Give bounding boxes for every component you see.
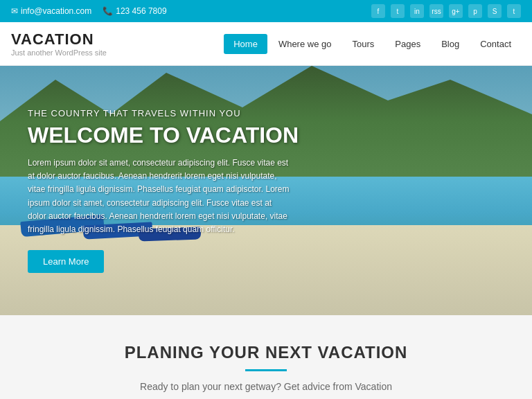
site-header: VACATION Just another WordPress site Hom… — [0, 22, 532, 66]
top-bar-contact: ✉ info@vacation.com 📞 123 456 7809 — [11, 6, 167, 16]
nav-blog[interactable]: Blog — [432, 34, 469, 54]
top-bar: ✉ info@vacation.com 📞 123 456 7809 f t i… — [0, 0, 532, 22]
email-contact[interactable]: ✉ info@vacation.com — [11, 6, 91, 16]
hero-section: THE COUNTRY THAT TRAVELS WITHIN YOU WELC… — [0, 66, 532, 315]
pinterest-icon[interactable]: p — [468, 4, 482, 18]
tumblr-icon[interactable]: t — [507, 4, 521, 18]
logo-title: VACATION — [11, 30, 107, 48]
skype-icon[interactable]: S — [488, 4, 502, 18]
logo[interactable]: VACATION Just another WordPress site — [11, 30, 107, 57]
social-links: f t in rss g+ p S t — [371, 4, 521, 18]
planning-title: PLANING YOUR NEXT VACATION — [14, 343, 518, 362]
logo-subtitle: Just another WordPress site — [11, 48, 107, 57]
rss-icon[interactable]: rss — [429, 4, 443, 18]
nav-contact[interactable]: Contact — [470, 34, 521, 54]
linkedin-icon[interactable]: in — [410, 4, 424, 18]
nav-where-we-go[interactable]: Where we go — [269, 34, 342, 54]
email-icon: ✉ — [11, 6, 18, 16]
nav-pages[interactable]: Pages — [385, 34, 430, 54]
planning-section: PLANING YOUR NEXT VACATION Ready to plan… — [0, 315, 532, 399]
email-text: info@vacation.com — [21, 6, 91, 16]
section-divider — [245, 369, 287, 371]
hero-subtitle: THE COUNTRY THAT TRAVELS WITHIN YOU — [28, 108, 504, 118]
hero-learn-more-button[interactable]: Learn More — [28, 250, 104, 273]
phone-text: 123 456 7809 — [116, 6, 166, 16]
planning-subtitle: Ready to plan your next getway? Get advi… — [14, 381, 518, 392]
twitter-icon[interactable]: t — [391, 4, 405, 18]
facebook-icon[interactable]: f — [371, 4, 385, 18]
phone-icon: 📞 — [103, 6, 113, 16]
hero-body: Lorem ipsum dolor sit amet, consectetur … — [28, 157, 291, 236]
phone-contact[interactable]: 📞 123 456 7809 — [103, 6, 166, 16]
main-nav: Home Where we go Tours Pages Blog Contac… — [224, 34, 521, 54]
nav-tours[interactable]: Tours — [342, 34, 384, 54]
hero-title: WELCOME TO VACATION — [28, 123, 504, 148]
nav-home[interactable]: Home — [224, 34, 267, 54]
hero-content: THE COUNTRY THAT TRAVELS WITHIN YOU WELC… — [0, 66, 532, 315]
googleplus-icon[interactable]: g+ — [449, 4, 463, 18]
